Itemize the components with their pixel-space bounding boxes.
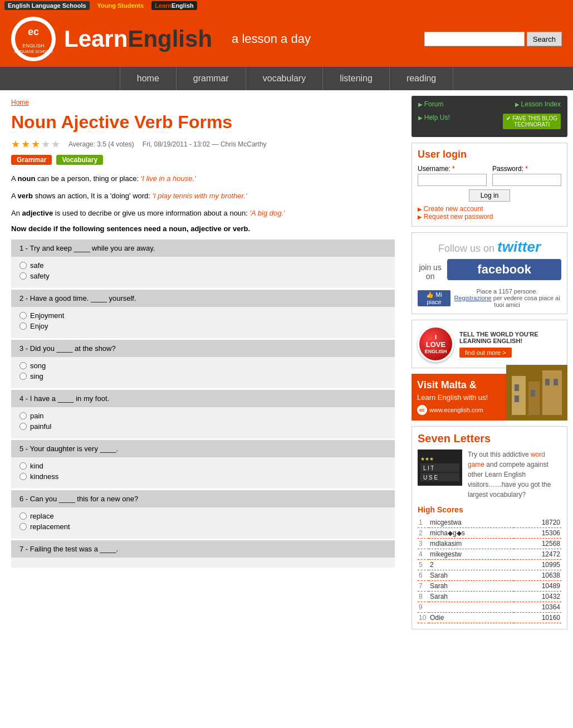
breadcrumb[interactable]: Home (11, 99, 395, 106)
seven-letters-title: Seven Letters (418, 432, 561, 445)
password-input[interactable] (492, 174, 561, 186)
question-1: 1 - Try and keep ____ while you are away… (11, 240, 395, 288)
learn-english-link[interactable]: LearnEnglish (151, 1, 197, 10)
paragraph-noun: A noun can be a person, thing or place: … (11, 173, 395, 185)
tagline: a lesson a day (232, 32, 311, 46)
score-rank: 1 (418, 517, 429, 528)
radio-2-enjoy[interactable] (19, 323, 27, 330)
malta-url: www.ecenglish.com (429, 407, 483, 413)
header: ec ENGLISH LANGUAGE SCHOOLS LearnEnglish… (0, 11, 573, 67)
score-name: Sarah (429, 592, 514, 602)
username-input[interactable] (418, 174, 487, 186)
help-us-link[interactable]: Help Us! (418, 114, 450, 127)
love-english: ENGLISH (424, 349, 447, 354)
question-2: 2 - Have a good time. ____ yourself. Enj… (11, 290, 395, 338)
question-4-options: pain painful (11, 407, 395, 438)
nav-vocabulary[interactable]: vocabulary (246, 67, 323, 90)
radio-1-safety[interactable] (19, 272, 27, 280)
option-4-1: pain (19, 412, 386, 420)
facebook-button[interactable]: facebook (447, 259, 561, 280)
star-1: ★ (11, 138, 20, 150)
nav-reading[interactable]: reading (390, 67, 453, 90)
love-tell-text: TELL THE WORLD YOU'RE LEARNING ENGLISH! (459, 331, 561, 344)
question-3: 3 - Did you ____ at the show? song sing (11, 340, 395, 388)
fb-like-button[interactable]: 👍 Mi piace (418, 290, 450, 306)
radio-6-replace[interactable] (19, 512, 27, 520)
english-part: English (128, 26, 212, 52)
label-1-safe: safe (30, 261, 44, 270)
nav-grammar[interactable]: grammar (177, 67, 246, 90)
radio-5-kindness[interactable] (19, 473, 27, 480)
verb-example: 'I play tennis with my brother.' (153, 192, 247, 200)
request-password-link[interactable]: Request new password (418, 213, 561, 221)
label-5-kindness: kindness (30, 472, 58, 481)
score-name: Odie (429, 613, 514, 623)
score-name: Sarah (429, 570, 514, 581)
forum-link[interactable]: Forum (418, 100, 443, 108)
option-1-2: safety (19, 272, 386, 280)
radio-3-song[interactable] (19, 362, 27, 369)
score-row: 4 mikegestw 12472 (418, 549, 561, 560)
star-4: ★ (41, 138, 50, 150)
rating-text: Average: 3.5 (4 votes) (68, 140, 134, 148)
svg-rect-8 (515, 384, 519, 391)
twitter-label: twitter (497, 238, 541, 255)
nav-listening[interactable]: listening (323, 67, 390, 90)
save-blog-button[interactable]: ✔ FAVE THIS BLOGTECHNORATI (503, 114, 561, 129)
score-name: 2 (429, 560, 514, 570)
question-2-options: Enjoyment Enjoy (11, 307, 395, 338)
fb-like-area: 👍 Mi piace Piace a 1157 persone. Registr… (418, 288, 561, 308)
svg-rect-12 (554, 379, 558, 385)
score-row: 7 Sarah 10489 (418, 581, 561, 592)
score-rank: 8 (418, 592, 429, 602)
username-required: * (452, 165, 455, 173)
svg-text:ENGLISH: ENGLISH (22, 43, 45, 48)
create-account-link[interactable]: Create new account (418, 205, 561, 213)
question-4-text: 4 - I have a ____ in my foot. (11, 390, 395, 407)
svg-text:★★★: ★★★ (420, 456, 434, 462)
radio-3-sing[interactable] (19, 373, 27, 380)
rating-row: ★ ★ ★ ★ ★ Average: 3.5 (4 votes) Fri, 08… (11, 138, 395, 150)
svg-rect-10 (531, 390, 535, 397)
score-row: 8 Sarah 10432 (418, 592, 561, 602)
svg-rect-7 (542, 370, 562, 415)
radio-2-enjoyment[interactable] (19, 312, 27, 319)
password-required: * (525, 165, 528, 173)
score-value: 10995 (514, 560, 561, 570)
radio-4-pain[interactable] (19, 412, 27, 419)
exercise-intro: Now decide if the following sentences ne… (11, 224, 395, 233)
word-game-link[interactable]: word game (468, 451, 545, 468)
radio-5-kind[interactable] (19, 462, 27, 470)
svg-text:U S E: U S E (423, 475, 438, 481)
score-name: mikegestw (429, 549, 514, 560)
score-rank: 5 (418, 560, 429, 570)
love-right: TELL THE WORLD YOU'RE LEARNING ENGLISH! … (459, 331, 561, 358)
svg-rect-9 (515, 395, 519, 402)
search-input[interactable] (424, 32, 525, 46)
question-7-text: 7 - Failing the test was a ____. (11, 540, 395, 558)
login-button[interactable]: Log in (469, 189, 511, 202)
nav-home[interactable]: home (120, 67, 177, 90)
search-button[interactable]: Search (527, 32, 562, 46)
option-2-1: Enjoyment (19, 311, 386, 320)
radio-1-safe[interactable] (19, 262, 27, 269)
svg-text:L I T: L I T (423, 465, 434, 471)
find-out-button[interactable]: find out more > (459, 348, 512, 358)
star-rating: ★ ★ ★ ★ ★ (11, 138, 60, 150)
scores-list: 1 micgestwa 18720 2 micha◆g◆s 15306 3 md… (418, 517, 561, 623)
lesson-index-link[interactable]: Lesson Index (515, 100, 561, 108)
young-students-link[interactable]: Young Students (94, 1, 148, 10)
radio-4-painful[interactable] (19, 423, 27, 430)
radio-6-replacement[interactable] (19, 523, 27, 530)
fb-registration-link[interactable]: Registrazione (454, 295, 491, 301)
tags-row: Grammar Vocabulary (11, 155, 395, 165)
option-5-1: kind (19, 462, 386, 470)
tag-vocabulary[interactable]: Vocabulary (56, 155, 103, 165)
site-name: LearnEnglish (64, 27, 212, 51)
tag-grammar[interactable]: Grammar (11, 155, 52, 165)
ec-schools-link[interactable]: English Language Schools (4, 1, 90, 10)
question-4: 4 - I have a ____ in my foot. pain painf… (11, 390, 395, 438)
label-6-replacement: replacement (30, 522, 70, 531)
score-value: 10489 (514, 581, 561, 592)
score-row: 9 10364 (418, 602, 561, 613)
